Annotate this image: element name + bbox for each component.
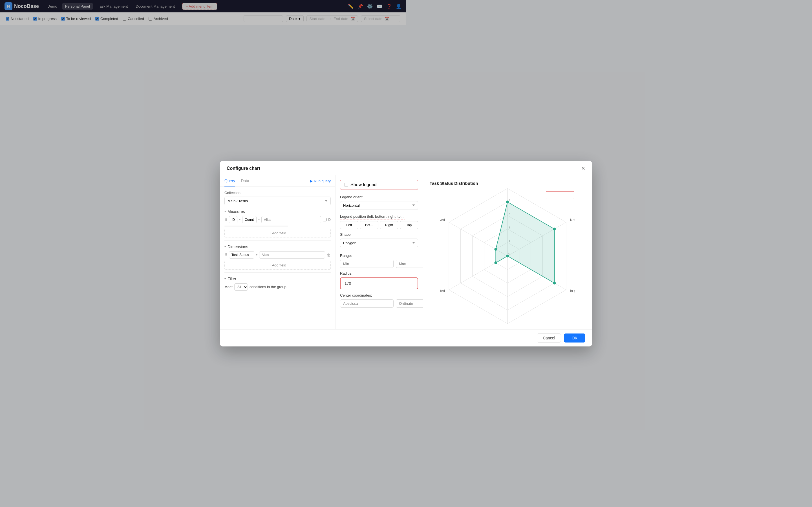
shape-label: Shape:	[340, 232, 406, 237]
position-bottom-button[interactable]: Bot...	[360, 221, 378, 229]
dimension-row: ⠿ Task Status ▾ 🗑	[224, 251, 331, 254]
position-buttons: Left Bot... Right Top	[340, 221, 406, 229]
agg-chevron-icon: ▾	[258, 218, 260, 221]
modal-title: Configure chart	[227, 166, 260, 171]
left-panel: Query Data ▶ Run query Collection: Main …	[220, 175, 336, 254]
measure-agg-select[interactable]: Count	[242, 216, 257, 223]
measure-checkbox[interactable]	[323, 218, 326, 221]
measures-section-header[interactable]: ▾ Measures	[224, 209, 331, 214]
left-panel-tabs: Query Data ▶ Run query	[220, 175, 335, 187]
tab-query[interactable]: Query	[224, 179, 235, 186]
measures-chevron: ▾	[224, 210, 226, 213]
legend-orient-label: Legend orient:	[340, 195, 406, 199]
range-label: Range:	[340, 253, 406, 254]
modal-header: Configure chart ✕	[220, 161, 406, 175]
dimension-field-select[interactable]: Task Status	[229, 251, 254, 254]
dimension-drag-handle[interactable]: ⠿	[224, 252, 227, 254]
measure-alias-input[interactable]	[261, 216, 321, 223]
dimension-chevron: ▾	[256, 253, 257, 253]
left-panel-content: Collection: Main / Tasks ▾ Measures ⠿ ID	[220, 187, 335, 254]
modal-body: Query Data ▶ Run query Collection: Main …	[220, 175, 406, 254]
drag-handle-icon[interactable]: ⠿	[224, 217, 227, 222]
legend-checkbox[interactable]	[344, 183, 348, 187]
measure-d-label: D	[328, 218, 331, 222]
measure-field-select[interactable]: ID	[229, 216, 238, 223]
legend-position-label: Legend position (left, bottom, right, to…	[340, 214, 406, 219]
measure-row: ⠿ ID ▾ Count ▾ D	[224, 216, 331, 223]
scrollbar	[224, 226, 288, 226]
measures-add-field-button[interactable]: + Add field	[224, 229, 331, 237]
run-query-button[interactable]: ▶ Run query	[310, 179, 331, 186]
show-legend-button[interactable]: Show legend	[340, 180, 406, 190]
dimensions-chevron: ▾	[224, 245, 226, 248]
tab-data[interactable]: Data	[241, 179, 249, 186]
shape-select[interactable]: Polygon	[340, 238, 406, 247]
dimensions-section-header[interactable]: ▾ Dimensions	[224, 244, 331, 249]
legend-orient-select[interactable]: Horizontal	[340, 201, 406, 210]
show-legend-label: Show legend	[350, 182, 377, 187]
middle-panel: Show legend Legend orient: Horizontal Le…	[336, 175, 406, 254]
position-right-button[interactable]: Right	[380, 221, 398, 229]
dimension-alias-input[interactable]	[259, 251, 325, 254]
collection-label: Collection:	[224, 191, 331, 195]
collection-select[interactable]: Main / Tasks	[224, 196, 331, 205]
modal-overlay: Configure chart ✕ Query Data ▶ Run query…	[0, 0, 406, 253]
chevron-icon: ▾	[239, 218, 241, 221]
position-top-button[interactable]: Top	[400, 221, 406, 229]
position-left-button[interactable]: Left	[340, 221, 358, 229]
configure-chart-modal: Configure chart ✕ Query Data ▶ Run query…	[220, 161, 406, 254]
measures-label: Measures	[227, 209, 245, 214]
dimension-delete-icon[interactable]: 🗑	[327, 252, 331, 254]
dimensions-label: Dimensions	[227, 244, 248, 249]
